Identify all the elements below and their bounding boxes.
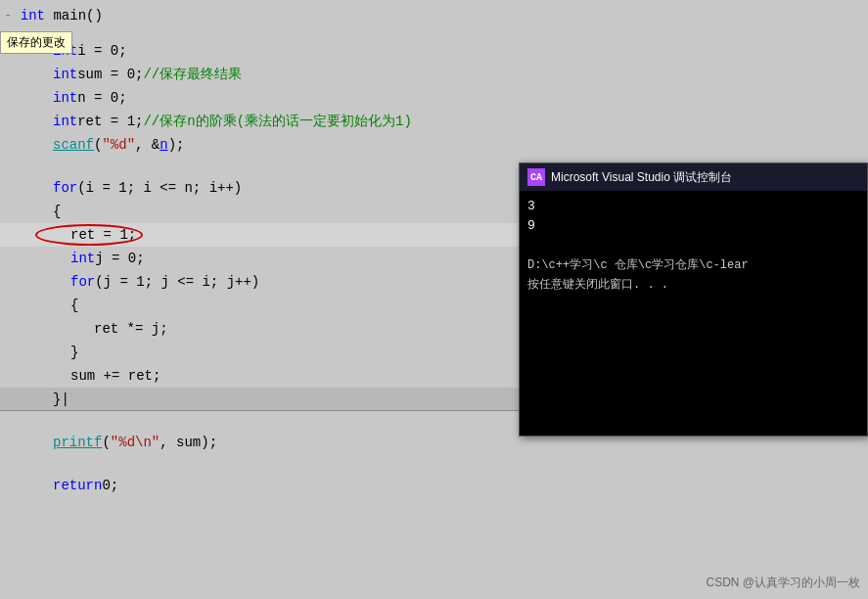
code-line-return: return 0; <box>0 474 558 497</box>
keyword-int: int <box>21 8 45 23</box>
code-line-9: for (j = 1; j <= i; j++) <box>0 270 558 294</box>
save-tooltip: 保存的更改 <box>0 31 72 54</box>
code-line-11: ret *= j; <box>0 317 558 341</box>
ret-assignment: ret = 1; <box>70 227 136 243</box>
code-line-1: int i = 0; <box>0 39 558 63</box>
code-line-10: { <box>0 294 558 317</box>
console-body: 3 9 D:\c++学习\c 仓库\c学习仓库\c-lear 按任意键关闭此窗口… <box>520 191 867 300</box>
code-line-12: } <box>0 341 558 364</box>
code-line-3: int n = 0; <box>0 86 558 110</box>
save-tooltip-text: 保存的更改 <box>7 36 66 50</box>
vs-icon: CA <box>527 168 545 186</box>
code-line-ret: ret = 1; <box>0 223 558 247</box>
function-name: main() <box>45 8 103 23</box>
code-line-7: { <box>0 200 558 223</box>
function-header: - int main() <box>4 8 103 23</box>
empty-line-3 <box>0 454 558 474</box>
code-line-8: int j = 0; <box>0 247 558 270</box>
code-line-4: int ret = 1;//保存n的阶乘(乘法的话一定要初始化为1) <box>0 110 558 133</box>
code-line-printf: printf("%d\n", sum); <box>0 431 558 454</box>
code-line-5: scanf("%d", &n); <box>0 133 558 157</box>
console-window: CA Microsoft Visual Studio 调试控制台 3 9 D:\… <box>519 162 868 437</box>
empty-line-2 <box>0 411 558 431</box>
code-line-2: int sum = 0;//保存最终结果 <box>0 63 558 86</box>
code-content: int i = 0; int sum = 0;//保存最终结果 int n = … <box>0 31 558 599</box>
code-editor: - int main() 保存的更改 int i = 0; int sum = … <box>0 0 558 599</box>
code-line-13: sum += ret; <box>0 364 558 388</box>
vs-icon-label: CA <box>530 172 542 183</box>
minus-sign: - <box>4 8 21 23</box>
console-path: D:\c++学习\c 仓库\c学习仓库\c-lear <box>527 255 859 275</box>
empty-line-1 <box>0 157 558 176</box>
csdn-watermark: CSDN @认真学习的小周一枚 <box>706 575 860 591</box>
main-container: - int main() 保存的更改 int i = 0; int sum = … <box>0 0 868 599</box>
console-empty <box>527 236 859 255</box>
console-press-key: 按任意键关闭此窗口. . . <box>527 275 859 295</box>
watermark-text: CSDN @认真学习的小周一枚 <box>706 576 860 589</box>
console-title-text: Microsoft Visual Studio 调试控制台 <box>551 169 732 186</box>
console-output-2: 9 <box>527 216 859 236</box>
console-titlebar: CA Microsoft Visual Studio 调试控制台 <box>520 163 867 191</box>
top-bar: - int main() <box>0 0 558 31</box>
console-output-1: 3 <box>527 197 859 216</box>
code-line-close: }| <box>0 388 558 411</box>
code-line-6: for (i = 1; i <= n; i++) <box>0 176 558 200</box>
